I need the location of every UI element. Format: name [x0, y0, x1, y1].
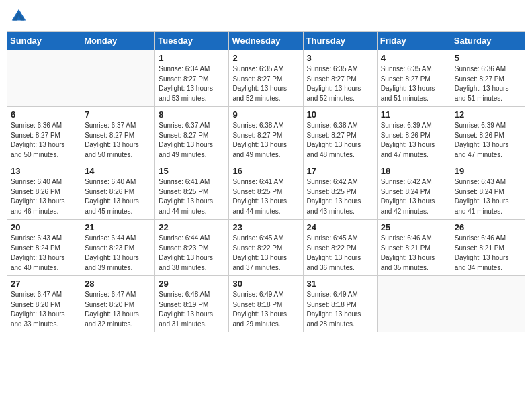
- day-detail: Sunrise: 6:36 AM Sunset: 8:27 PM Dayligh…: [455, 64, 521, 103]
- calendar-day-cell: 24Sunrise: 6:45 AM Sunset: 8:22 PM Dayli…: [303, 220, 377, 276]
- calendar-table: SundayMondayTuesdayWednesdayThursdayFrid…: [7, 31, 525, 332]
- calendar-day-cell: [7, 50, 81, 107]
- calendar-day-cell: [451, 276, 525, 332]
- day-number: 28: [85, 279, 151, 289]
- day-number: 8: [159, 109, 225, 120]
- calendar-day-cell: 13Sunrise: 6:40 AM Sunset: 8:26 PM Dayli…: [7, 163, 81, 220]
- day-detail: Sunrise: 6:35 AM Sunset: 8:27 PM Dayligh…: [381, 64, 447, 103]
- calendar-day-cell: 9Sunrise: 6:38 AM Sunset: 8:27 PM Daylig…: [229, 107, 303, 163]
- day-number: 19: [455, 166, 521, 176]
- day-number: 14: [85, 166, 151, 176]
- day-detail: Sunrise: 6:36 AM Sunset: 8:27 PM Dayligh…: [11, 121, 77, 160]
- day-number: 11: [381, 109, 447, 120]
- calendar-day-cell: [377, 276, 451, 332]
- day-number: 30: [232, 279, 299, 289]
- calendar-day-cell: 8Sunrise: 6:37 AM Sunset: 8:27 PM Daylig…: [155, 107, 229, 163]
- calendar-day-cell: 29Sunrise: 6:48 AM Sunset: 8:19 PM Dayli…: [155, 276, 229, 332]
- day-number: 24: [307, 222, 373, 232]
- calendar-day-cell: 18Sunrise: 6:42 AM Sunset: 8:24 PM Dayli…: [377, 163, 451, 220]
- calendar-day-cell: 15Sunrise: 6:41 AM Sunset: 8:25 PM Dayli…: [155, 163, 229, 220]
- calendar-day-cell: 12Sunrise: 6:39 AM Sunset: 8:26 PM Dayli…: [451, 107, 525, 163]
- day-detail: Sunrise: 6:39 AM Sunset: 8:26 PM Dayligh…: [381, 121, 447, 160]
- calendar-day-cell: 27Sunrise: 6:47 AM Sunset: 8:20 PM Dayli…: [7, 276, 81, 332]
- day-number: 15: [159, 166, 225, 176]
- day-detail: Sunrise: 6:37 AM Sunset: 8:27 PM Dayligh…: [85, 121, 151, 160]
- calendar-day-cell: 25Sunrise: 6:46 AM Sunset: 8:21 PM Dayli…: [377, 220, 451, 276]
- day-detail: Sunrise: 6:37 AM Sunset: 8:27 PM Dayligh…: [159, 121, 225, 160]
- calendar-day-cell: 2Sunrise: 6:35 AM Sunset: 8:27 PM Daylig…: [229, 50, 303, 107]
- day-number: 27: [11, 279, 77, 289]
- calendar-week-5: 27Sunrise: 6:47 AM Sunset: 8:20 PM Dayli…: [7, 276, 525, 332]
- day-detail: Sunrise: 6:40 AM Sunset: 8:26 PM Dayligh…: [11, 177, 77, 216]
- weekday-header-tuesday: Tuesday: [155, 32, 229, 50]
- weekday-header-row: SundayMondayTuesdayWednesdayThursdayFrid…: [7, 32, 525, 50]
- day-number: 20: [11, 222, 77, 232]
- day-detail: Sunrise: 6:34 AM Sunset: 8:27 PM Dayligh…: [159, 64, 225, 103]
- day-detail: Sunrise: 6:35 AM Sunset: 8:27 PM Dayligh…: [232, 64, 299, 103]
- day-number: 3: [307, 53, 373, 63]
- day-detail: Sunrise: 6:41 AM Sunset: 8:25 PM Dayligh…: [159, 177, 225, 216]
- day-detail: Sunrise: 6:49 AM Sunset: 8:18 PM Dayligh…: [232, 290, 299, 329]
- day-detail: Sunrise: 6:43 AM Sunset: 8:24 PM Dayligh…: [11, 234, 77, 273]
- page-header: [7, 7, 525, 26]
- day-number: 17: [307, 166, 373, 176]
- calendar-day-cell: 11Sunrise: 6:39 AM Sunset: 8:26 PM Dayli…: [377, 107, 451, 163]
- day-number: 18: [381, 166, 447, 176]
- calendar-day-cell: 16Sunrise: 6:41 AM Sunset: 8:25 PM Dayli…: [229, 163, 303, 220]
- day-detail: Sunrise: 6:49 AM Sunset: 8:18 PM Dayligh…: [307, 290, 373, 329]
- day-detail: Sunrise: 6:35 AM Sunset: 8:27 PM Dayligh…: [307, 64, 373, 103]
- day-detail: Sunrise: 6:40 AM Sunset: 8:26 PM Dayligh…: [85, 177, 151, 216]
- day-detail: Sunrise: 6:44 AM Sunset: 8:23 PM Dayligh…: [85, 234, 151, 273]
- calendar-day-cell: 5Sunrise: 6:36 AM Sunset: 8:27 PM Daylig…: [451, 50, 525, 107]
- calendar-day-cell: 14Sunrise: 6:40 AM Sunset: 8:26 PM Dayli…: [81, 163, 155, 220]
- logo-icon: [9, 7, 28, 26]
- day-detail: Sunrise: 6:45 AM Sunset: 8:22 PM Dayligh…: [232, 234, 299, 273]
- calendar-day-cell: 23Sunrise: 6:45 AM Sunset: 8:22 PM Dayli…: [229, 220, 303, 276]
- day-detail: Sunrise: 6:44 AM Sunset: 8:23 PM Dayligh…: [159, 234, 225, 273]
- day-detail: Sunrise: 6:45 AM Sunset: 8:22 PM Dayligh…: [307, 234, 373, 273]
- day-detail: Sunrise: 6:42 AM Sunset: 8:25 PM Dayligh…: [307, 177, 373, 216]
- day-number: 22: [159, 222, 225, 232]
- day-number: 31: [307, 279, 373, 289]
- logo: [9, 7, 31, 26]
- day-number: 2: [232, 53, 299, 63]
- calendar-day-cell: 4Sunrise: 6:35 AM Sunset: 8:27 PM Daylig…: [377, 50, 451, 107]
- day-detail: Sunrise: 6:46 AM Sunset: 8:21 PM Dayligh…: [455, 234, 521, 273]
- day-number: 4: [381, 53, 447, 63]
- day-number: 1: [159, 53, 225, 63]
- calendar-day-cell: 3Sunrise: 6:35 AM Sunset: 8:27 PM Daylig…: [303, 50, 377, 107]
- day-number: 12: [455, 109, 521, 120]
- calendar-day-cell: 1Sunrise: 6:34 AM Sunset: 8:27 PM Daylig…: [155, 50, 229, 107]
- calendar-day-cell: 20Sunrise: 6:43 AM Sunset: 8:24 PM Dayli…: [7, 220, 81, 276]
- weekday-header-friday: Friday: [377, 32, 451, 50]
- calendar-day-cell: 19Sunrise: 6:43 AM Sunset: 8:24 PM Dayli…: [451, 163, 525, 220]
- day-detail: Sunrise: 6:41 AM Sunset: 8:25 PM Dayligh…: [232, 177, 299, 216]
- weekday-header-sunday: Sunday: [7, 32, 81, 50]
- weekday-header-saturday: Saturday: [451, 32, 525, 50]
- day-number: 21: [85, 222, 151, 232]
- day-detail: Sunrise: 6:38 AM Sunset: 8:27 PM Dayligh…: [232, 121, 299, 160]
- calendar-week-3: 13Sunrise: 6:40 AM Sunset: 8:26 PM Dayli…: [7, 163, 525, 220]
- weekday-header-monday: Monday: [81, 32, 155, 50]
- day-number: 9: [232, 109, 299, 120]
- calendar-day-cell: [81, 50, 155, 107]
- calendar-day-cell: 10Sunrise: 6:38 AM Sunset: 8:27 PM Dayli…: [303, 107, 377, 163]
- day-number: 25: [381, 222, 447, 232]
- day-number: 16: [232, 166, 299, 176]
- calendar-day-cell: 28Sunrise: 6:47 AM Sunset: 8:20 PM Dayli…: [81, 276, 155, 332]
- day-number: 6: [11, 109, 77, 120]
- day-number: 26: [455, 222, 521, 232]
- day-number: 7: [85, 109, 151, 120]
- calendar-week-1: 1Sunrise: 6:34 AM Sunset: 8:27 PM Daylig…: [7, 50, 525, 107]
- calendar-day-cell: 17Sunrise: 6:42 AM Sunset: 8:25 PM Dayli…: [303, 163, 377, 220]
- day-number: 5: [455, 53, 521, 63]
- day-detail: Sunrise: 6:39 AM Sunset: 8:26 PM Dayligh…: [455, 121, 521, 160]
- day-number: 29: [159, 279, 225, 289]
- day-number: 13: [11, 166, 77, 176]
- day-detail: Sunrise: 6:38 AM Sunset: 8:27 PM Dayligh…: [307, 121, 373, 160]
- day-detail: Sunrise: 6:48 AM Sunset: 8:19 PM Dayligh…: [159, 290, 225, 329]
- day-detail: Sunrise: 6:43 AM Sunset: 8:24 PM Dayligh…: [455, 177, 521, 216]
- calendar-day-cell: 22Sunrise: 6:44 AM Sunset: 8:23 PM Dayli…: [155, 220, 229, 276]
- calendar-day-cell: 7Sunrise: 6:37 AM Sunset: 8:27 PM Daylig…: [81, 107, 155, 163]
- weekday-header-thursday: Thursday: [303, 32, 377, 50]
